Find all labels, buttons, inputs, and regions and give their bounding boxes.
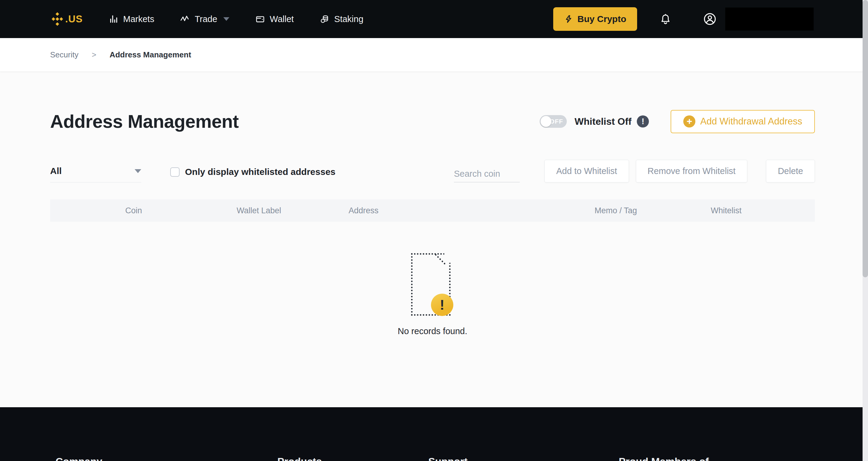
remove-from-whitelist-button[interactable]: Remove from Whitelist — [636, 160, 748, 182]
coin-filter-dropdown[interactable]: All — [50, 166, 141, 182]
chevron-down-icon — [223, 17, 229, 21]
add-withdrawal-address-label: Add Withdrawal Address — [700, 116, 802, 127]
top-navigation-bar: .US Markets Trade Wallet — [0, 0, 868, 38]
chevron-down-icon — [134, 169, 141, 173]
page-title: Address Management — [50, 111, 239, 132]
search-coin-field — [454, 169, 520, 182]
toggle-state-label: OFF — [550, 118, 563, 125]
staking-icon — [320, 14, 329, 24]
page-footer: Company Products Support Proud Members o… — [0, 407, 868, 461]
notifications-bell-icon[interactable] — [659, 13, 672, 25]
whitelist-controls: OFF Whitelist Off ! + Add Withdrawal Add… — [539, 110, 815, 133]
plus-icon: + — [683, 115, 695, 127]
whitelist-status-label: Whitelist Off — [575, 116, 631, 127]
footer-heading-products: Products — [277, 456, 322, 461]
alert-icon: ! — [431, 294, 453, 316]
nav-right-group: Buy Crypto — [553, 7, 814, 31]
toggle-knob — [540, 116, 551, 127]
breadcrumb-security-link[interactable]: Security — [50, 50, 79, 59]
footer-heading-company: Company — [56, 456, 102, 461]
footer-heading-proud-members: Proud Members of — [619, 456, 709, 461]
page-scrollbar-track[interactable] — [863, 0, 868, 461]
title-row: Address Management OFF Whitelist Off ! +… — [50, 109, 815, 134]
column-header-memo-tag: Memo / Tag — [595, 199, 637, 222]
nav-label: Staking — [334, 14, 363, 24]
empty-state: ! No records found. — [50, 253, 815, 336]
empty-state-message: No records found. — [398, 326, 467, 336]
binance-us-logo[interactable]: .US — [50, 12, 83, 26]
filter-row: All Only display whitelisted addresses A… — [50, 160, 815, 182]
binance-diamond-icon — [50, 12, 65, 26]
buy-crypto-label: Buy Crypto — [577, 14, 626, 24]
delete-button[interactable]: Delete — [766, 160, 815, 182]
whitelist-filter-group: Only display whitelisted addresses — [170, 167, 336, 182]
trade-icon — [180, 14, 190, 24]
nav-label: Markets — [123, 14, 154, 24]
add-to-whitelist-button[interactable]: Add to Whitelist — [545, 160, 629, 182]
whitelisted-only-label: Only display whitelisted addresses — [185, 167, 336, 177]
add-withdrawal-address-button[interactable]: + Add Withdrawal Address — [671, 110, 815, 133]
column-header-address: Address — [349, 199, 378, 222]
nav-item-markets[interactable]: Markets — [108, 14, 154, 24]
bar-chart-icon — [108, 14, 118, 24]
whitelist-toggle[interactable]: OFF — [539, 115, 567, 128]
lightning-icon — [564, 15, 573, 24]
breadcrumb-current-page: Address Management — [110, 50, 191, 59]
empty-document-icon: ! — [411, 253, 454, 316]
column-header-wallet-label: Wallet Label — [237, 199, 281, 222]
column-header-whitelist: Whitelist — [711, 199, 742, 222]
footer-heading-support: Support — [428, 456, 467, 461]
search-coin-input[interactable] — [454, 169, 520, 179]
wallet-icon — [255, 14, 265, 24]
bulk-action-buttons: Add to Whitelist Remove from Whitelist D… — [545, 160, 815, 182]
logo-suffix: .US — [65, 13, 83, 25]
nav-item-wallet[interactable]: Wallet — [255, 14, 294, 24]
breadcrumb-separator: > — [92, 50, 96, 59]
nav-label: Trade — [195, 14, 217, 24]
document-corner-mask — [444, 251, 456, 263]
nav-menu: Markets Trade Wallet S — [108, 14, 363, 24]
whitelisted-only-checkbox[interactable] — [170, 167, 180, 177]
nav-item-staking[interactable]: Staking — [320, 14, 363, 24]
address-table-header: Coin Wallet Label Address Memo / Tag Whi… — [50, 199, 815, 222]
nav-item-trade[interactable]: Trade — [180, 14, 229, 24]
nav-label: Wallet — [270, 14, 294, 24]
main-content: Address Management OFF Whitelist Off ! +… — [0, 71, 868, 407]
page-scrollbar-thumb[interactable] — [863, 0, 868, 277]
account-avatar-icon[interactable] — [703, 12, 717, 26]
buy-crypto-button[interactable]: Buy Crypto — [553, 7, 637, 31]
breadcrumb: Security > Address Management — [0, 38, 868, 71]
coin-filter-value: All — [50, 166, 62, 176]
redacted-account-info — [725, 7, 814, 30]
info-icon[interactable]: ! — [637, 115, 649, 127]
column-header-coin: Coin — [125, 199, 142, 222]
